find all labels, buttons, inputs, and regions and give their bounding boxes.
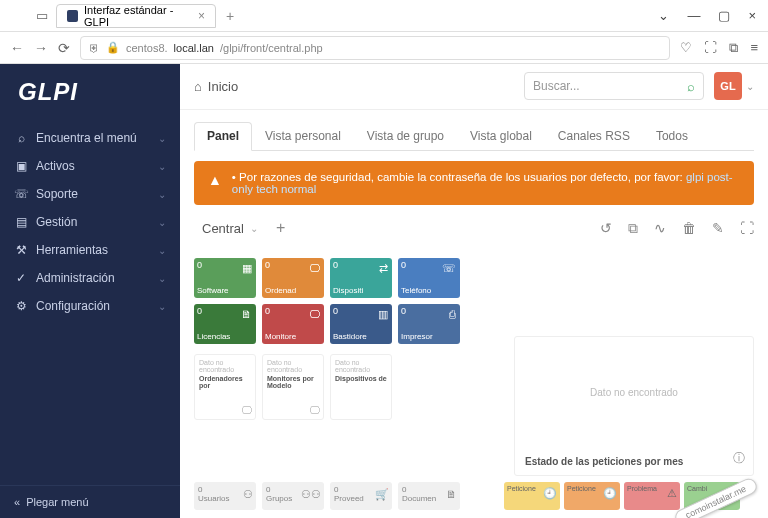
chevron-down-icon: ⌄	[158, 245, 166, 256]
no-data-label: Dato no encontrado	[199, 359, 251, 373]
status-tile[interactable]: Peticione🕘	[564, 482, 620, 510]
tile-label: Teléfono	[401, 286, 431, 295]
tab[interactable]: Vista de grupo	[354, 122, 457, 150]
topbar: ⌂ Inicio Buscar... ⌕ GL ⌄	[180, 64, 768, 110]
history-icon[interactable]: ↺	[600, 220, 612, 237]
menu-item-label: Herramientas	[36, 243, 108, 257]
dashboard-select[interactable]: Central ⌄	[194, 217, 266, 240]
dashboard-panel[interactable]: Dato no encontradoOrdenadores por🖵	[194, 354, 256, 420]
status-tile[interactable]: Peticione🕘	[504, 482, 560, 510]
sidebar-item[interactable]: ▣Activos⌄	[0, 152, 180, 180]
tab-title: Interfaz estándar - GLPI	[84, 4, 192, 28]
tab[interactable]: Todos	[643, 122, 701, 150]
window-minimize-icon[interactable]: —	[687, 8, 700, 23]
search-input[interactable]: Buscar... ⌕	[524, 72, 704, 100]
search-icon[interactable]: ⌕	[687, 79, 695, 94]
tile-icon: ▦	[242, 262, 252, 275]
mini-tile[interactable]: 0Documen🗎	[398, 482, 460, 510]
sidebar-item[interactable]: ⌕Encuentra el menú⌄	[0, 124, 180, 152]
tile-count: 0	[197, 306, 202, 316]
dashboard-tile[interactable]: 0⎙Impresor	[398, 304, 460, 344]
breadcrumb[interactable]: ⌂ Inicio	[194, 79, 238, 94]
reload-button[interactable]: ⟳	[58, 40, 70, 56]
tile-label: Ordenad	[265, 286, 296, 295]
menu-item-label: Administración	[36, 271, 115, 285]
close-tab-icon[interactable]: ×	[198, 9, 205, 23]
collapse-menu-button[interactable]: « Plegar menú	[0, 485, 180, 518]
forward-button[interactable]: →	[34, 40, 48, 56]
status-tile[interactable]: Problema⚠	[624, 482, 680, 510]
menu-item-label: Activos	[36, 159, 75, 173]
window-close-icon[interactable]: ×	[748, 8, 756, 23]
menu-item-label: Soporte	[36, 187, 78, 201]
tile-label: Dispositi	[333, 286, 363, 295]
sidebar: GLPI ⌕Encuentra el menú⌄▣Activos⌄☏Soport…	[0, 64, 180, 518]
chart-panel[interactable]: Dato no encontrado Estado de las peticio…	[514, 336, 754, 476]
logo[interactable]: GLPI	[0, 64, 180, 124]
mini-icon: ⚇	[243, 488, 253, 501]
dashboard-tile[interactable]: 0🖵Monitore	[262, 304, 324, 344]
dashboard-panel[interactable]: Dato no encontradoMonitores por Modelo🖵	[262, 354, 324, 420]
tab[interactable]: Canales RSS	[545, 122, 643, 150]
dashboard-tile[interactable]: 0⇄Dispositi	[330, 258, 392, 298]
dashboard-panel[interactable]: Dato no encontradoDispositivos de	[330, 354, 392, 420]
extensions-icon[interactable]: ⧉	[729, 40, 738, 56]
info-icon[interactable]: ⓘ	[733, 450, 745, 467]
sidebar-item[interactable]: ⚒Herramientas⌄	[0, 236, 180, 264]
pocket-icon[interactable]: ⛶	[704, 40, 717, 56]
dashboard-tile[interactable]: 0☏Teléfono	[398, 258, 460, 298]
browser-tab[interactable]: Interfaz estándar - GLPI ×	[56, 4, 216, 28]
dashboard-tile[interactable]: 0🗎Licencias	[194, 304, 256, 344]
sidebar-item[interactable]: ✓Administración⌄	[0, 264, 180, 292]
dashboard-tile[interactable]: 0▦Software	[194, 258, 256, 298]
collapse-icon: «	[14, 496, 20, 508]
edit-icon[interactable]: ✎	[712, 220, 724, 237]
dashboard-tile[interactable]: 0🖵Ordenad	[262, 258, 324, 298]
breadcrumb-home: Inicio	[208, 79, 238, 94]
warning-icon: ▲	[208, 172, 222, 188]
dashboard-tile[interactable]: 0▥Bastidore	[330, 304, 392, 344]
chevron-down-icon: ⌄	[158, 273, 166, 284]
browser-titlebar: ▭ Interfaz estándar - GLPI × + ⌄ — ▢ ×	[0, 0, 768, 32]
status-label: Problema	[627, 485, 657, 492]
sidebar-item[interactable]: ☏Soporte⌄	[0, 180, 180, 208]
back-button[interactable]: ←	[10, 40, 24, 56]
tile-count: 0	[333, 260, 338, 270]
window-maximize-icon[interactable]: ▢	[718, 8, 730, 23]
status-icon: ⚠	[667, 487, 677, 500]
user-menu-button[interactable]: GL ⌄	[714, 72, 754, 100]
panel-title: Monitores por Modelo	[267, 375, 319, 389]
bookmark-icon[interactable]: ♡	[680, 40, 692, 56]
add-dashboard-button[interactable]: +	[276, 219, 285, 237]
mini-icon: ⚇⚇	[301, 488, 321, 501]
mini-tile[interactable]: 0Grupos⚇⚇	[262, 482, 324, 510]
chevron-down-icon: ⌄	[746, 81, 754, 92]
chevron-down-icon: ⌄	[158, 301, 166, 312]
url-bar[interactable]: ⛨ 🔒 centos8.local.lan/glpi/front/central…	[80, 36, 670, 60]
sidebar-item[interactable]: ⚙Configuración⌄	[0, 292, 180, 320]
tile-icon: ⎙	[449, 308, 456, 320]
mini-tile[interactable]: 0Proveed🛒	[330, 482, 392, 510]
new-tab-button[interactable]: +	[220, 8, 240, 24]
sidebar-item[interactable]: ▤Gestión⌄	[0, 208, 180, 236]
history-icon[interactable]: ▭	[36, 8, 48, 23]
copy-icon[interactable]: ⧉	[628, 220, 638, 237]
no-data-label: Dato no encontrado	[267, 359, 319, 373]
shield-icon: ⛨	[89, 42, 100, 54]
share-icon[interactable]: ∿	[654, 220, 666, 237]
panel-icon: 🖵	[241, 404, 252, 416]
mini-icon: 🗎	[446, 488, 457, 500]
menu-item-icon: ⚙	[14, 299, 28, 313]
delete-icon[interactable]: 🗑	[682, 220, 696, 237]
mini-tile[interactable]: 0Usuarios⚇	[194, 482, 256, 510]
menu-icon[interactable]: ≡	[750, 40, 758, 56]
chevron-down-icon: ⌄	[158, 217, 166, 228]
browser-navbar: ← → ⟳ ⛨ 🔒 centos8.local.lan/glpi/front/c…	[0, 32, 768, 64]
fullscreen-icon[interactable]: ⛶	[740, 220, 754, 237]
mini-label: Usuarios	[198, 494, 230, 503]
mini-count: 0	[402, 485, 406, 494]
tab[interactable]: Vista global	[457, 122, 545, 150]
window-dropdown-icon[interactable]: ⌄	[658, 8, 669, 23]
tab[interactable]: Vista personal	[252, 122, 354, 150]
tab[interactable]: Panel	[194, 122, 252, 151]
